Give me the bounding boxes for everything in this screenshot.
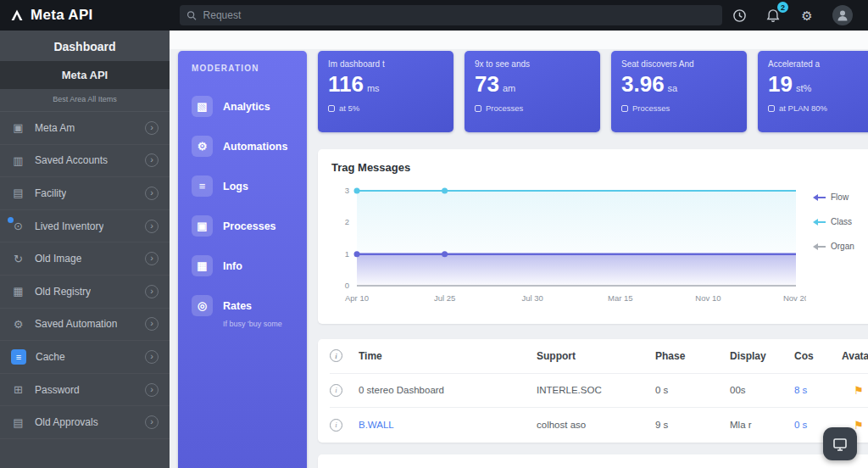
sidebar-item-password[interactable]: ⊞ Password › [0,374,170,407]
table-row[interactable]: i B.WALL colhost aso 9 s Mla r 0 s ⚑ [330,408,868,443]
chart-card: Trag Messages 3210Apr 10Jul 25Jul 30Mar … [318,149,868,324]
notification-dot [8,217,14,223]
stat-label: 9x to see ands [475,59,590,69]
automation-icon: ⚙ [11,318,25,331]
sidebar-item-old-image[interactable]: ↻ Old Image › [0,242,170,276]
traffic-chart: 3210Apr 10Jul 25Jul 30Mar 15Nov 10Nov 20 [331,181,806,308]
flag-icon[interactable]: ⚑ [854,384,864,397]
subnav-item-processes[interactable]: ▣ Processes [178,206,307,246]
svg-text:Jul 25: Jul 25 [434,293,455,303]
sidebar-item-cache[interactable]: ≡ Cache › [0,341,170,374]
stat-footer-text: at 5% [339,103,359,113]
cell-support: INTERLE.SOC [537,385,655,395]
legend-item[interactable]: Flow [813,192,854,202]
sidebar-item-label: Meta Am [35,122,75,134]
sidebar-item-selected[interactable]: Meta API [0,61,170,89]
sidebar: Dashboard Meta API Best Area All Items ▣… [0,31,170,468]
chevron-right-icon[interactable]: › [145,285,159,298]
chevron-right-icon[interactable]: › [145,350,159,364]
bell-icon[interactable]: 2 [765,7,782,24]
stat-cards-row: Im dashboard t 116 ms at 5% 9x to see an… [318,51,868,132]
column-header-avatar: Avatar [842,350,864,362]
stat-label: Accelerated a [768,59,868,69]
stat-card-messages: 9x to see ands 73 am Processes [465,51,600,132]
sidebar-item-saved-accounts[interactable]: ▥ Saved Accounts › [0,145,170,178]
table-header-row: i Time Support Phase Display Cos Avatar [330,339,868,374]
legend-marker-icon [813,194,826,201]
stat-footer-icon [621,105,628,112]
legend-item[interactable]: Organ [813,242,854,251]
analytics-icon: ▧ [192,96,213,117]
info-icon[interactable]: i [330,349,342,362]
svg-text:Mar 15: Mar 15 [608,293,633,303]
subnav-item-automations[interactable]: ⚙ Automations [178,126,307,166]
subnav-item-sublabel: If busy 'buy some [178,320,307,328]
sidebar-item-label: Old Image [35,253,81,265]
stat-footer-text: Processes [486,103,523,113]
cell-cos: 8 s [794,385,842,395]
cell-time: 0 stereo Dashboard [359,385,537,395]
column-header-phase: Phase [655,350,730,362]
legend-label: Flow [831,192,849,202]
chevron-right-icon[interactable]: › [145,383,159,397]
chevron-right-icon[interactable]: › [145,121,159,135]
messages-table: i Time Support Phase Display Cos Avatar … [318,339,868,443]
table-row[interactable]: i 0 stereo Dashboard INTERLE.SOC 0 s 00s… [330,374,868,409]
cell-phase: 0 s [655,385,730,395]
stat-card-accesses: Seat discovers And 3.96 sa Processes [611,51,747,132]
user-icon [836,8,849,22]
sidebar-item-old-registry[interactable]: ▦ Old Registry › [0,276,170,309]
main-header-strip [170,31,868,49]
chevron-right-icon[interactable]: › [145,252,159,265]
clock-icon[interactable] [731,7,748,24]
sidebar-item-saved-automation[interactable]: ⚙ Saved Automation › [0,309,170,342]
sidebar-item-old-approvals[interactable]: ▤ Old Approvals › [0,406,170,439]
info-icon[interactable]: i [330,384,342,397]
inventory-icon: ⊙ [11,220,25,232]
chevron-right-icon[interactable]: › [145,153,159,167]
legend-label: Class [831,217,852,226]
fab-button[interactable] [823,427,857,460]
sidebar-caption: Best Area All Items [0,89,170,112]
stat-unit: st% [796,83,811,93]
sidebar-item-lived-inventory[interactable]: ⊙ Lived Inventory › [0,210,170,243]
subnav-item-label: Logs [223,181,248,192]
settings-icon[interactable]: ⚙ [798,7,815,24]
subnav-item-logs[interactable]: ≡ Logs [178,166,307,206]
chevron-right-icon[interactable]: › [145,187,159,200]
stat-unit: sa [668,83,678,93]
sidebar-item-label: Saved Automation [35,318,117,330]
subnav-panel: MODERATION ▧ Analytics ⚙ Automations ≡ L… [178,51,307,468]
avatar[interactable] [832,5,853,25]
chevron-right-icon[interactable]: › [145,317,159,331]
legend-marker-icon [813,219,826,226]
sidebar-item-facility[interactable]: ▤ Facility › [0,177,170,210]
stat-unit: am [503,83,515,93]
search-input[interactable] [203,9,715,21]
svg-text:0: 0 [345,281,349,290]
search-box[interactable] [180,5,722,25]
chevron-right-icon[interactable]: › [145,415,159,429]
search-icon [186,10,198,21]
automations-icon: ⚙ [192,136,213,157]
flag-icon[interactable]: ⚑ [854,419,864,432]
subnav-item-info[interactable]: ▦ Info [178,246,307,286]
chevron-right-icon[interactable]: › [145,220,159,233]
app-logo[interactable]: Meta API [0,7,170,24]
sidebar-item-meta-am[interactable]: ▣ Meta Am › [0,112,170,145]
meta-logo-icon [10,8,24,22]
info-icon[interactable]: i [330,419,342,432]
subnav-item-label: Rates [223,300,252,312]
registry-icon: ▦ [11,285,25,298]
legend-item[interactable]: Class [813,217,854,226]
approvals-icon: ▤ [11,416,25,429]
cell-time[interactable]: B.WALL [359,420,537,430]
notification-badge: 2 [777,2,788,13]
stat-footer-icon [328,105,335,112]
info-grid-icon: ▦ [192,255,213,276]
monitor-icon [832,437,848,452]
sidebar-item-label: Old Approvals [35,416,98,428]
subnav-item-analytics[interactable]: ▧ Analytics [178,86,307,126]
svg-text:3: 3 [345,186,349,195]
stat-value: 19 [768,73,793,95]
